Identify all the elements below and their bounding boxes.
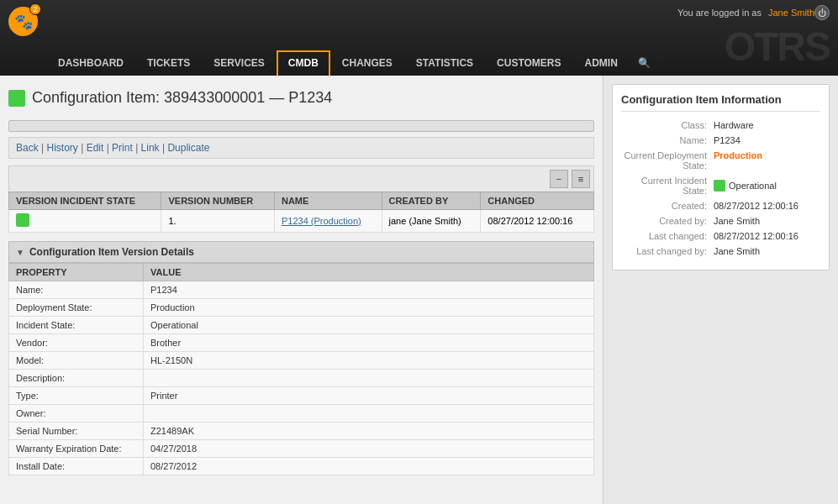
property-value: 04/27/2018 (144, 440, 594, 458)
cell-incident-state (9, 210, 161, 233)
property-label: Install Date: (9, 458, 144, 475)
property-label: Type: (9, 387, 144, 405)
property-label: Name: (9, 281, 144, 299)
info-row: Created:08/27/2012 12:00:16 (621, 201, 820, 211)
property-value: Printer (144, 387, 594, 405)
info-panel-title: Configuration Item Information (621, 93, 820, 112)
nav-statistics[interactable]: STATISTICS (404, 48, 485, 76)
nav-customers[interactable]: CUSTOMERS (485, 48, 572, 76)
back-link[interactable]: Back (16, 142, 39, 154)
nav-services[interactable]: SERVICES (202, 48, 276, 76)
property-label: Incident State: (9, 317, 144, 334)
nav-dashboard[interactable]: DASHBOARD (46, 48, 135, 76)
property-value: Z21489AK (144, 423, 594, 440)
nav-tickets[interactable]: TICKETS (135, 48, 202, 76)
duplicate-link[interactable]: Duplicate (167, 142, 209, 154)
print-link[interactable]: Print (112, 142, 133, 154)
info-label: Class: (621, 120, 714, 130)
info-value: Hardware (714, 120, 820, 130)
expand-button[interactable]: ≡ (572, 170, 590, 188)
edit-link[interactable]: Edit (87, 142, 104, 154)
header: You are logged in as Jane Smith ⏻ 🐾 2 OT… (0, 0, 838, 76)
property-row: Name: P1234 (9, 281, 594, 299)
property-row: Install Date: 08/27/2012 (9, 458, 594, 475)
property-label: Description: (9, 370, 144, 387)
info-row: Name:P1234 (621, 135, 820, 145)
search-icon[interactable]: 🔍 (630, 50, 659, 76)
property-label: Vendor: (9, 334, 144, 352)
col-changed: CHANGED (481, 192, 594, 210)
property-label: Model: (9, 352, 144, 370)
info-value: Jane Smith (714, 216, 820, 226)
info-label: Current Deployment State: (621, 150, 714, 171)
property-value (144, 370, 594, 387)
info-label: Last changed by: (621, 246, 714, 256)
toolbar (8, 120, 594, 132)
property-row: Description: (9, 370, 594, 387)
property-row: Type: Printer (9, 387, 594, 405)
collapse-button[interactable]: − (550, 170, 568, 188)
property-row: Serial Number: Z21489AK (9, 423, 594, 440)
col-created-by: CREATED BY (382, 192, 481, 210)
sidebar: Configuration Item Information Class:Har… (603, 76, 838, 504)
property-row: Warranty Expiration Date: 04/27/2018 (9, 440, 594, 458)
col-incident-state: VERSION INCIDENT STATE (9, 192, 161, 210)
info-row: Last changed:08/27/2012 12:00:16 (621, 231, 820, 241)
property-label: Deployment State: (9, 299, 144, 317)
property-label: Serial Number: (9, 423, 144, 440)
logo: 🐾 2 (8, 7, 38, 36)
col-name: NAME (274, 192, 382, 210)
info-panel: Configuration Item Information Class:Har… (612, 84, 830, 270)
cell-changed: 08/27/2012 12:00:16 (481, 210, 594, 233)
property-row: Incident State: Operational (9, 317, 594, 334)
status-indicator (8, 90, 25, 107)
property-table: PROPERTY VALUE Name: P1234 Deployment St… (8, 263, 594, 475)
table-row[interactable]: 1. P1234 (Production) jane (Jane Smith) … (9, 210, 594, 233)
logout-button[interactable]: ⏻ (814, 5, 830, 20)
col-value: VALUE (144, 264, 594, 281)
col-version-number: VERSION NUMBER (161, 192, 275, 210)
property-label: Warranty Expiration Date: (9, 440, 144, 458)
col-property: PROPERTY (9, 264, 144, 281)
version-table: VERSION INCIDENT STATE VERSION NUMBER NA… (8, 192, 594, 233)
property-value: Operational (144, 317, 594, 334)
link-link[interactable]: Link (141, 142, 160, 154)
info-value: 08/27/2012 12:00:16 (714, 231, 820, 241)
info-label: Created by: (621, 216, 714, 226)
cell-version-number: 1. (161, 210, 275, 233)
logo-icon: 🐾 2 (8, 7, 38, 36)
property-value: HL-2150N (144, 352, 594, 370)
info-label: Current Incident State: (621, 176, 714, 196)
triangle-icon: ▼ (16, 248, 24, 257)
property-label: Owner: (9, 405, 144, 423)
info-label: Created: (621, 201, 714, 211)
property-value: Brother (144, 334, 594, 352)
version-details-section[interactable]: ▼ Configuration Item Version Details (8, 241, 594, 263)
otrs-logo-text: OTRS (725, 24, 830, 70)
property-row: Vendor: Brother (9, 334, 594, 352)
login-name: Jane Smith (768, 8, 814, 18)
nav-changes[interactable]: CHANGES (330, 48, 404, 76)
incident-state-indicator (714, 180, 725, 192)
info-value: Production (714, 150, 820, 171)
info-value: Operational (714, 176, 820, 196)
info-row: Last changed by:Jane Smith (621, 246, 820, 256)
property-value: 08/27/2012 (144, 458, 594, 475)
breadcrumb-bar: Back | History | Edit | Print | Link | D… (8, 137, 594, 159)
info-row: Current Incident State:Operational (621, 176, 820, 196)
nav-cmdb[interactable]: CMDB (277, 50, 330, 76)
info-row: Created by:Jane Smith (621, 216, 820, 226)
main-content: Configuration Item: 389433000001 — P1234… (0, 76, 603, 504)
property-row: Model: HL-2150N (9, 352, 594, 370)
nav-admin[interactable]: ADMIN (573, 48, 630, 76)
history-link[interactable]: History (46, 142, 77, 154)
info-row: Current Deployment State:Production (621, 150, 820, 171)
table-toolbar: − ≡ (8, 165, 594, 192)
property-row: Owner: (9, 405, 594, 423)
property-row: Deployment State: Production (9, 299, 594, 317)
notification-badge: 2 (29, 3, 41, 15)
info-value: Jane Smith (714, 246, 820, 256)
header-top: You are logged in as Jane Smith ⏻ (0, 0, 838, 25)
cell-name: P1234 (Production) (274, 210, 382, 233)
info-value: 08/27/2012 12:00:16 (714, 201, 820, 211)
